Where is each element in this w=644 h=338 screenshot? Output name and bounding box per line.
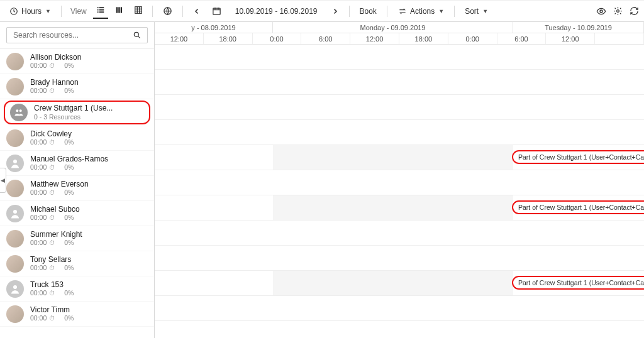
crew-assignment-chip[interactable]: Part of Crew Stuttgart 1 (User+Contact+C…	[512, 200, 644, 214]
timeline-row[interactable]	[155, 246, 644, 271]
crew-assignment-chip[interactable]: Part of Crew Stuttgart 1 (User+Contact+C…	[512, 150, 644, 164]
resource-item[interactable]: Matthew Everson00:00⏱0%	[0, 176, 154, 201]
search-icon[interactable]	[132, 30, 142, 40]
resource-name: Summer Knight	[30, 231, 82, 239]
svg-rect-2	[99, 7, 104, 8]
hour-header-cell: 0:00	[253, 33, 302, 44]
search-input[interactable]	[12, 30, 128, 40]
actions-dropdown[interactable]: Actions ▼	[394, 4, 448, 19]
timeline-row[interactable]: Part of Crew Stuttgart 1 (User+Contact+C…	[155, 145, 644, 170]
crew-assignment-chip[interactable]: Part of Crew Stuttgart 1 (User+Contact+C…	[512, 276, 644, 290]
timeline[interactable]: y - 08.09.2019Monday - 09.09.2019Tuesday…	[155, 22, 644, 338]
svg-point-17	[19, 109, 22, 112]
resource-name: Crew Stuttgart 1 (Use...	[34, 104, 113, 113]
search-input-wrap	[6, 27, 148, 43]
separator	[349, 6, 350, 17]
avatar	[6, 230, 24, 248]
resource-item[interactable]: Tony Sellars00:00⏱0%	[0, 251, 154, 276]
resource-subtext: 00:00⏱0%	[30, 138, 74, 146]
hour-header-cell: 12:00	[546, 33, 595, 44]
timeline-row[interactable]	[155, 296, 644, 321]
prev-button[interactable]	[189, 5, 204, 18]
svg-point-16	[16, 109, 18, 112]
globe-button[interactable]	[159, 4, 176, 18]
resource-item[interactable]: Brady Hannon00:00⏱0%	[0, 74, 154, 99]
resource-item[interactable]: Summer Knight00:00⏱0%	[0, 226, 154, 251]
hour-header-cell: 12:00	[350, 33, 399, 44]
resource-item[interactable]: Dick Cowley00:00⏱0%	[0, 126, 154, 151]
svg-point-18	[13, 160, 17, 163]
hour-header-cell: 18:00	[204, 33, 253, 44]
separator	[152, 6, 153, 17]
unavailable-shade	[273, 145, 513, 170]
svg-point-20	[13, 285, 17, 289]
resource-subtext: 00:00⏱0%	[30, 289, 74, 297]
resource-item[interactable]: Victor Timm00:00⏱0%	[0, 302, 154, 327]
hour-header-cell: 18:00	[399, 33, 448, 44]
sort-label: Sort	[465, 7, 479, 16]
resource-subtext: 00:00⏱0%	[30, 214, 80, 221]
resource-subtext: 00:00⏱0%	[30, 163, 108, 171]
resource-name: Victor Timm	[30, 306, 74, 315]
resource-item[interactable]: Manuel Grados-Ramos00:00⏱0%	[0, 151, 154, 176]
day-header-row: y - 08.09.2019Monday - 09.09.2019Tuesday…	[155, 22, 644, 33]
resource-name: Manuel Grados-Ramos	[30, 155, 108, 164]
resource-subtext: 0 - 3 Resources	[34, 113, 113, 121]
separator	[61, 6, 62, 17]
view-grid-button[interactable]	[131, 3, 146, 19]
eye-icon[interactable]	[596, 6, 606, 16]
clock-icon: ⏱	[49, 239, 55, 247]
calendar-button[interactable]	[208, 4, 225, 18]
view-list-button[interactable]	[93, 3, 108, 19]
timeline-row[interactable]: Part of Crew Stuttgart 1 (User+Contact+C…	[155, 195, 644, 221]
sidebar-collapse-handle[interactable]: ◀	[0, 168, 6, 193]
timeline-row[interactable]	[155, 45, 644, 70]
book-dropdown[interactable]: Book	[356, 4, 380, 18]
svg-point-15	[134, 32, 138, 36]
timeline-row[interactable]	[155, 170, 644, 195]
resource-item[interactable]: Allison Dickson00:00⏱0%	[0, 49, 154, 74]
hour-header-row: 12:0018:000:006:0012:0018:000:006:0012:0…	[155, 33, 644, 45]
svg-rect-5	[97, 11, 98, 13]
group-icon	[10, 104, 28, 121]
avatar	[6, 180, 24, 197]
resource-subtext: 00:00⏱0%	[30, 62, 81, 69]
timeline-row[interactable]	[155, 95, 644, 120]
resource-subtext: 00:00⏱0%	[30, 314, 74, 322]
hour-header-cell: 6:00	[497, 33, 547, 44]
next-button[interactable]	[328, 5, 343, 18]
resource-sidebar: Allison Dickson00:00⏱0%Brady Hannon00:00…	[0, 22, 155, 338]
date-range-label: 10.09.2019 - 16.09.2019	[229, 7, 324, 16]
svg-point-19	[13, 210, 17, 214]
hours-label: Hours	[21, 7, 42, 16]
resource-subtext: 00:00⏱0%	[30, 264, 74, 271]
timeline-row[interactable]	[155, 70, 644, 95]
resource-name: Matthew Everson	[30, 180, 89, 189]
view-columns-button[interactable]	[112, 3, 127, 19]
avatar	[6, 78, 24, 95]
hours-dropdown[interactable]: Hours ▼	[5, 4, 55, 19]
resource-subtext: 00:00⏱0%	[30, 239, 82, 246]
person-placeholder-icon	[6, 155, 24, 172]
resource-item[interactable]: Michael Subco00:00⏱0%	[0, 201, 154, 226]
hour-header-cell: 12:00	[155, 33, 204, 44]
clock-icon: ⏱	[49, 87, 55, 95]
resource-item[interactable]: Truck 15300:00⏱0%	[0, 276, 154, 302]
clock-icon: ⏱	[49, 164, 55, 172]
toolbar: Hours ▼ View 10.09.2019 - 16.09.2019 Boo…	[0, 1, 644, 22]
swap-icon	[397, 6, 408, 16]
svg-rect-4	[99, 9, 104, 11]
timeline-row[interactable]	[155, 221, 644, 246]
timeline-row[interactable]: Part of Crew Stuttgart 1 (User+Contact+C…	[155, 271, 644, 296]
sort-dropdown[interactable]: Sort ▼	[461, 4, 492, 18]
clock-icon: ⏱	[49, 290, 55, 297]
resource-item-crew[interactable]: Crew Stuttgart 1 (Use...0 - 3 Resources	[4, 101, 150, 124]
refresh-icon[interactable]	[629, 6, 639, 16]
svg-point-13	[600, 10, 602, 13]
resource-name: Allison Dickson	[30, 53, 81, 62]
hour-header-cell	[595, 33, 644, 44]
gear-icon[interactable]	[613, 6, 623, 16]
resource-subtext: 00:00⏱0%	[30, 188, 89, 196]
timeline-row[interactable]	[155, 120, 644, 145]
clock-icon: ⏱	[49, 264, 55, 272]
